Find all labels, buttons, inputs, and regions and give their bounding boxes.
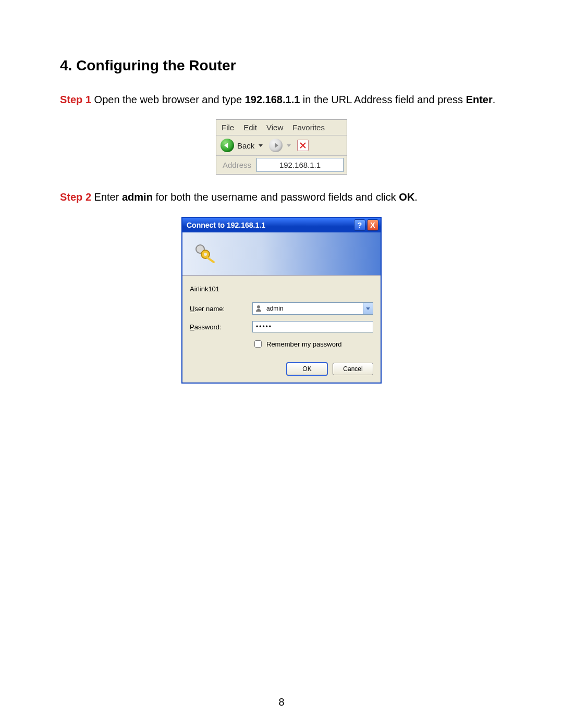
menu-favorites[interactable]: Favorites [292, 123, 325, 132]
svg-rect-3 [206, 256, 215, 264]
dialog-banner [182, 232, 381, 276]
step-1-part-b: in the URL Address field and press [300, 94, 466, 105]
back-icon[interactable] [221, 139, 234, 152]
titlebar-buttons: ? X [354, 219, 378, 231]
browser-toolbar-figure: File Edit View Favorites Back Address 19… [216, 119, 347, 175]
menu-edit[interactable]: Edit [243, 123, 257, 132]
section-title: 4. Configuring the Router [60, 57, 503, 74]
password-row: Password: [190, 321, 373, 332]
step-1-ip: 192.168.1.1 [245, 94, 300, 105]
dialog-realm: Airlink101 [190, 285, 373, 293]
menu-file[interactable]: File [222, 123, 234, 132]
cancel-button[interactable]: Cancel [333, 363, 373, 375]
username-row: User name: [190, 302, 373, 315]
step-2-part-a: Enter [91, 191, 122, 203]
dialog-titlebar: Connect to 192.168.1.1 ? X [182, 218, 381, 232]
remember-row: Remember my password [252, 339, 373, 349]
remember-label: Remember my password [266, 340, 342, 348]
forward-icon[interactable] [269, 139, 283, 152]
password-label: Password: [190, 323, 252, 331]
back-button-label[interactable]: Back [237, 141, 254, 150]
username-label: User name: [190, 305, 252, 313]
help-icon[interactable]: ? [354, 219, 365, 231]
forward-dropdown-icon[interactable] [287, 144, 291, 147]
step-2-period: . [414, 191, 418, 203]
step-2-label: Step 2 [60, 191, 91, 203]
dialog-title: Connect to 192.168.1.1 [187, 221, 265, 229]
username-input[interactable] [264, 303, 363, 314]
document-page: 4. Configuring the Router Step 1 Open th… [0, 0, 563, 728]
stop-icon[interactable] [297, 140, 309, 151]
step-2-admin: admin [122, 191, 153, 203]
keys-icon [192, 241, 219, 268]
close-icon[interactable]: X [367, 219, 378, 231]
ok-button[interactable]: OK [287, 363, 327, 375]
address-label: Address [219, 159, 254, 170]
username-field[interactable] [252, 302, 373, 315]
step-1-part-a: Open the web browser and type [91, 94, 245, 105]
password-input[interactable] [252, 321, 373, 332]
menu-view[interactable]: View [266, 123, 283, 132]
username-dropdown-icon[interactable] [363, 303, 373, 314]
step-1-text: Step 1 Open the web browser and type 192… [60, 93, 503, 107]
dialog-button-row: OK Cancel [190, 363, 373, 375]
auth-dialog-figure: Connect to 192.168.1.1 ? X Airlink101 Us… [181, 217, 382, 384]
svg-point-4 [204, 253, 207, 256]
browser-menu-bar: File Edit View Favorites [216, 120, 347, 135]
person-icon [253, 303, 264, 314]
step-2-part-b: for both the username and password field… [153, 191, 399, 203]
dialog-body: Airlink101 User name: Password: Remember… [182, 276, 381, 382]
step-1-label: Step 1 [60, 94, 91, 105]
step-2-ok: OK [399, 191, 414, 203]
page-number: 8 [0, 696, 563, 708]
address-bar-row: Address 192.168.1.1 [216, 156, 347, 174]
svg-point-5 [257, 305, 260, 309]
back-dropdown-icon[interactable] [259, 144, 263, 147]
step-2-text: Step 2 Enter admin for both the username… [60, 190, 503, 204]
step-1-period: . [493, 94, 496, 105]
address-input[interactable]: 192.168.1.1 [256, 158, 344, 172]
browser-nav-row: Back [216, 135, 347, 156]
remember-checkbox[interactable] [254, 340, 262, 348]
step-1-enter: Enter [466, 94, 493, 105]
